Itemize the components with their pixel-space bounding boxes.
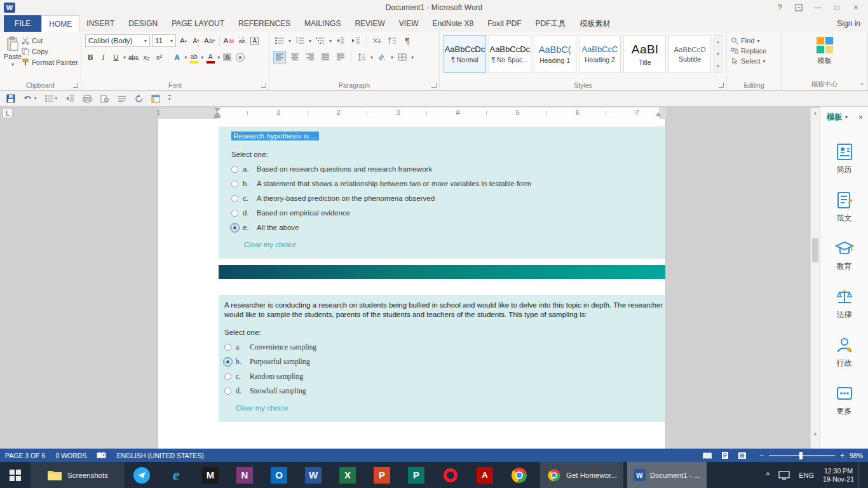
- tab-file[interactable]: FILE: [4, 15, 41, 32]
- taskbar-opera[interactable]: [433, 462, 468, 488]
- panel-item-administration[interactable]: 行政: [835, 336, 854, 369]
- clipboard-dialog-launcher[interactable]: [73, 83, 78, 88]
- template-button[interactable]: 模板: [817, 34, 833, 65]
- increase-indent-button[interactable]: [349, 34, 362, 47]
- superscript-button[interactable]: x²: [154, 51, 165, 64]
- distribute-button[interactable]: [334, 51, 347, 64]
- right-indent-marker[interactable]: [655, 112, 661, 116]
- collapse-ribbon-button[interactable]: ^: [860, 82, 864, 89]
- clear-formatting-button[interactable]: A: [223, 34, 235, 47]
- shrink-font-button[interactable]: A▾: [191, 34, 201, 47]
- repeat-button[interactable]: [135, 95, 143, 103]
- minimize-button[interactable]: —: [808, 1, 827, 15]
- tab-foxit-pdf[interactable]: Foxit PDF: [480, 15, 528, 32]
- styles-gallery-more-button[interactable]: ▾: [714, 60, 722, 72]
- font-color-button[interactable]: A: [205, 51, 215, 64]
- q2-clear-choice-link[interactable]: Clear my choice: [236, 404, 288, 412]
- customize-qat-button[interactable]: ▾: [168, 95, 171, 102]
- read-mode-view-button[interactable]: [702, 452, 712, 459]
- quick-table-button[interactable]: [151, 95, 160, 103]
- q1-radio-c[interactable]: [231, 195, 238, 202]
- q2-radio-a[interactable]: [224, 344, 231, 351]
- q2-option-a[interactable]: a. Convenience sampling: [224, 343, 656, 351]
- maximize-button[interactable]: □: [827, 1, 846, 15]
- styles-scroll-down-button[interactable]: ▾: [714, 48, 722, 60]
- word-count[interactable]: 0 WORDS: [55, 452, 86, 459]
- multilevel-list-button[interactable]: [314, 34, 327, 47]
- vertical-scrollbar[interactable]: ▲ ▼: [810, 108, 820, 449]
- styles-scroll-up-button[interactable]: ▴: [714, 36, 722, 48]
- strikethrough-button[interactable]: abc: [128, 51, 139, 64]
- borders-button[interactable]: [396, 51, 409, 64]
- font-family-combobox[interactable]: Calibri (Body) ▾: [85, 34, 150, 47]
- grow-font-button[interactable]: A▴: [178, 34, 189, 47]
- print-layout-view-button[interactable]: [721, 451, 729, 459]
- tab-home[interactable]: HOME: [41, 15, 79, 32]
- character-border-button[interactable]: A: [249, 34, 260, 47]
- read-mode-button[interactable]: [118, 95, 126, 102]
- show-hide-marks-button[interactable]: ¶: [401, 34, 414, 47]
- q2-option-d[interactable]: d. Snowball sampling: [224, 387, 656, 395]
- paste-button[interactable]: Paste ▾: [4, 34, 22, 79]
- tab-endnote[interactable]: EndNote X8: [425, 15, 480, 32]
- copy-button[interactable]: Copy: [22, 48, 78, 55]
- sort-button[interactable]: [386, 34, 398, 47]
- numbering-button[interactable]: [294, 34, 306, 47]
- scroll-down-button[interactable]: ▼: [811, 430, 820, 438]
- bold-button[interactable]: B: [85, 51, 96, 64]
- zoom-slider-thumb[interactable]: [799, 452, 803, 459]
- tray-show-hidden-icons-button[interactable]: ^: [761, 462, 774, 488]
- q1-option-d[interactable]: d. Based on empirical evidence: [231, 209, 656, 217]
- taskbar-publisher[interactable]: P: [399, 462, 433, 488]
- proofing-status[interactable]: [97, 452, 106, 459]
- bullets-dropdown-icon[interactable]: ▾: [288, 38, 291, 44]
- tab-view[interactable]: VIEW: [392, 15, 426, 32]
- horizontal-ruler[interactable]: 1 1 2 3 4 5 6 7: [158, 107, 666, 119]
- underline-button[interactable]: U: [111, 51, 121, 64]
- align-right-button[interactable]: [304, 51, 316, 64]
- style-no-spacing[interactable]: AaBbCcDc ¶ No Spac...: [489, 35, 531, 73]
- asian-layout-button[interactable]: [370, 34, 383, 47]
- justify-button[interactable]: [319, 51, 332, 64]
- taskbar-explorer-screenshots[interactable]: Screenshots: [31, 462, 125, 488]
- change-case-button[interactable]: Aa▾: [203, 34, 216, 47]
- tab-page-layout[interactable]: PAGE LAYOUT: [165, 15, 231, 32]
- ribbon-display-options-button[interactable]: [789, 1, 808, 15]
- replace-button[interactable]: Replace: [731, 47, 777, 55]
- q2-option-b-selected[interactable]: b. Purposeful sampling: [224, 358, 656, 365]
- taskbar-mail[interactable]: M: [193, 462, 227, 488]
- tab-pdf-tools[interactable]: PDF工具: [529, 15, 573, 32]
- quick-print-button[interactable]: [83, 95, 92, 103]
- close-button[interactable]: ×: [846, 1, 865, 15]
- q1-option-e-selected[interactable]: e. All the above: [231, 224, 656, 231]
- highlight-color-button[interactable]: ab: [189, 51, 199, 64]
- select-button[interactable]: Select ▾: [731, 57, 777, 65]
- bullets-button[interactable]: [273, 34, 286, 47]
- print-preview-button[interactable]: [100, 95, 109, 103]
- page-indicator[interactable]: PAGE 3 OF 6: [5, 452, 45, 459]
- zoom-slider[interactable]: [769, 455, 835, 456]
- shading-button[interactable]: [376, 51, 388, 64]
- styles-dialog-launcher[interactable]: [719, 83, 724, 88]
- q2-option-c[interactable]: c. Random sampling: [224, 372, 656, 380]
- style-heading-1[interactable]: AaBbC( Heading 1: [534, 35, 576, 73]
- taskbar-onenote[interactable]: N: [227, 462, 262, 488]
- panel-close-button[interactable]: ×: [858, 113, 863, 122]
- numbering-dropdown-icon[interactable]: ▾: [309, 38, 311, 44]
- panel-item-law[interactable]: 法律: [835, 287, 854, 320]
- q1-radio-d[interactable]: [231, 210, 238, 217]
- q1-option-a[interactable]: a. Based on research questions and resea…: [231, 165, 656, 173]
- font-dialog-launcher[interactable]: [261, 83, 266, 88]
- zoom-out-button[interactable]: −: [759, 451, 764, 460]
- style-normal[interactable]: AaBbCcDc ¶ Normal: [444, 35, 486, 73]
- start-button[interactable]: [0, 462, 31, 488]
- taskbar-acrobat[interactable]: A: [468, 462, 502, 488]
- tab-references[interactable]: REFERENCES: [231, 15, 297, 32]
- panel-item-sample-docs[interactable]: 范文: [835, 191, 854, 224]
- help-button[interactable]: ?: [770, 1, 789, 15]
- q2-radio-c[interactable]: [224, 373, 231, 380]
- taskbar-telegram[interactable]: [125, 462, 159, 488]
- tray-language-indicator[interactable]: ENG: [794, 462, 818, 488]
- shading-dropdown-icon[interactable]: ▾: [391, 55, 393, 60]
- q1-radio-a[interactable]: [231, 166, 238, 173]
